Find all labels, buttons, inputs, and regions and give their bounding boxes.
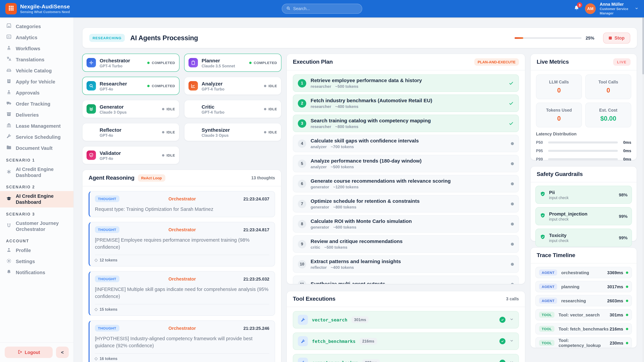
sidebar-item-scenario-1[interactable]: AI Credit Engine Dashboard — [0, 164, 74, 180]
user-menu-button[interactable] — [634, 6, 639, 12]
chevron-down-icon[interactable] — [510, 317, 514, 323]
plan-step[interactable]: 5 Analyze performance trends (180-day wi… — [293, 155, 519, 172]
plan-step[interactable]: 10 Extract patterns and learning insight… — [293, 255, 519, 273]
logout-button[interactable]: Logout — [5, 347, 53, 358]
step-tokens: ~500 tokens — [331, 165, 354, 169]
plan-step[interactable]: 3 Search training catalog with competenc… — [293, 115, 519, 132]
brand-title: Nexgile-AudiSense — [20, 4, 70, 10]
sidebar-item-service-scheduling[interactable]: Service Scheduling — [0, 131, 74, 142]
app-logo[interactable] — [5, 3, 17, 14]
plan-mode-badge: PLAN-AND-EXECUTE — [474, 58, 519, 66]
agent-card-critic[interactable]: CriticGPT-4 Turbo IDLE — [184, 100, 282, 118]
agent-status: COMPLETED — [250, 61, 277, 65]
sidebar-collapse-button[interactable]: < — [56, 347, 69, 358]
plan-step[interactable]: 9 Review and critique recommendations cr… — [293, 235, 519, 253]
thought-text: [INFERENCE] Multiple skill gaps indicate… — [95, 286, 269, 300]
panel-title: Safety Guardrails — [537, 171, 583, 178]
sidebar-item-vehicle-catalog[interactable]: Vehicle Catalog — [0, 65, 74, 76]
sidebar-item-profile[interactable]: Profile — [0, 245, 74, 256]
sidebar-item-translations[interactable]: Translations — [0, 54, 74, 65]
tool-row-vector-search[interactable]: vector_search 301ms — [293, 311, 519, 329]
success-check-icon — [500, 360, 506, 362]
agent-card-synthesizer[interactable]: SynthesizerClaude 3 Opus IDLE — [184, 123, 282, 141]
notifications-button[interactable]: 3 — [572, 4, 581, 13]
stat-llm-calls: LLM Calls0 — [536, 74, 582, 99]
sidebar-item-scenario-2-active[interactable]: AI Credit Engine Dashboard — [0, 191, 74, 207]
sidebar-item-workflows[interactable]: Workflows — [0, 43, 74, 54]
trace-duration: 301ms — [610, 312, 623, 317]
plan-step[interactable]: 7 Optimize schedule for retention & cons… — [293, 195, 519, 213]
latency-row-p99: P990ms — [536, 157, 631, 162]
stop-button[interactable]: Stop — [603, 32, 630, 43]
sidebar-item-lease-management[interactable]: Lease Management — [0, 120, 74, 131]
step-title: Retrieve employee performance data & his… — [310, 77, 422, 83]
search-input[interactable] — [293, 6, 354, 11]
tool-call-count: 3 calls — [506, 297, 519, 301]
latency-row-p50: P500ms — [536, 140, 631, 145]
sidebar-footer: Logout < — [0, 342, 74, 362]
trace-row[interactable]: TOOLTool: fetch_benchmarks216ms — [535, 323, 632, 335]
avatar[interactable]: AM — [585, 3, 596, 14]
agent-reasoning-panel: Agent Reasoning ReAct Loop 13 thoughts T… — [82, 170, 282, 362]
agent-card-reflector[interactable]: ReflectorGPT-4o IDLE — [82, 123, 180, 141]
trace-row[interactable]: AGENTresearching2603ms — [535, 295, 632, 306]
step-number: 9 — [298, 240, 306, 248]
thought-card[interactable]: THOUGHTOrchestrator21:23:24.037 Request … — [88, 191, 275, 217]
sidebar-item-label: AI Credit Engine Dashboard — [16, 193, 66, 205]
plan-step[interactable]: 4 Calculate skill gaps with confidence i… — [293, 135, 519, 152]
agent-icon-placeholder — [86, 127, 96, 137]
sidebar-item-order-tracking[interactable]: Order Tracking — [0, 98, 74, 109]
sidebar-item-deliveries[interactable]: Deliveries — [0, 109, 74, 120]
agent-icon-placeholder — [188, 104, 198, 114]
thought-card[interactable]: THOUGHTOrchestrator21:23:24.817 [PREMISE… — [88, 222, 275, 267]
sidebar-item-settings[interactable]: Settings — [0, 256, 74, 267]
step-agent: researcher — [310, 84, 331, 89]
plan-step[interactable]: 2 Fetch industry benchmarks (Automotive … — [293, 94, 519, 112]
agent-status: IDLE — [264, 84, 277, 88]
gear-icon — [6, 258, 12, 265]
plan-step[interactable]: 6 Generate course recommendations with r… — [293, 175, 519, 192]
agents-grid: OrchestratorGPT-4 Turbo COMPLETED Planne… — [82, 54, 282, 164]
trace-row[interactable]: TOOLTool: competency_lookup230ms — [535, 337, 632, 348]
sidebar-item-scenario-3[interactable]: Customer Journey Orchestrator — [0, 218, 74, 234]
status-dot — [264, 131, 266, 133]
sidebar-item-approvals[interactable]: Approvals — [0, 87, 74, 98]
diamond-icon — [94, 308, 98, 311]
tool-row-competency-lookup[interactable]: competency_lookup 230ms — [293, 354, 519, 362]
thought-card[interactable]: THOUGHTOrchestrator21:23:25.246 [HYPOTHE… — [88, 321, 275, 362]
clipboard-icon — [6, 78, 12, 85]
step-title: Search training catalog with competency … — [310, 118, 431, 123]
agent-card-analyzer[interactable]: AnalyzerGPT-4 Turbo IDLE — [184, 77, 282, 95]
trace-row[interactable]: AGENTorchestrating3369ms — [535, 267, 632, 278]
tool-list: vector_search 301ms fetch_benchmarks 216… — [287, 307, 525, 362]
window-scrollbar[interactable] — [642, 17, 644, 362]
agent-card-validator[interactable]: ValidatorGPT-4o IDLE — [82, 146, 180, 164]
scrollbar-thumb[interactable] — [642, 17, 644, 74]
agent-card-generator[interactable]: GeneratorClaude 3 Opus IDLE — [82, 100, 180, 118]
sidebar-item-categories[interactable]: Categories — [0, 21, 74, 32]
sidebar-item-apply-for-vehicle[interactable]: Apply for Vehicle — [0, 76, 74, 87]
sidebar-item-label: Vehicle Catalog — [16, 68, 52, 73]
step-tokens: ~1200 tokens — [333, 185, 358, 189]
sidebar-item-notifications[interactable]: Notifications — [0, 267, 74, 278]
tool-row-fetch-benchmarks[interactable]: fetch_benchmarks 216ms — [293, 333, 519, 350]
thought-card[interactable]: THOUGHTOrchestrator21:23:25.032 [INFEREN… — [88, 271, 275, 316]
sidebar-item-analytics[interactable]: Analytics — [0, 32, 74, 43]
trace-row[interactable]: AGENTplanning3017ms — [535, 281, 632, 292]
agent-card-planner[interactable]: PlannerClaude 3.5 Sonnet COMPLETED — [184, 54, 282, 72]
chevron-down-icon[interactable] — [510, 360, 514, 362]
plan-step[interactable]: 1 Retrieve employee performance data & h… — [293, 74, 519, 92]
agent-card-researcher[interactable]: ResearcherGPT-4o COMPLETED — [82, 77, 180, 95]
sidebar-item-label: Profile — [16, 248, 31, 253]
agent-card-orchestrator[interactable]: OrchestratorGPT-4 Turbo COMPLETED — [82, 54, 180, 72]
trace-row[interactable]: TOOLTool: vector_search301ms — [535, 309, 632, 321]
agent-status: COMPLETED — [148, 84, 175, 88]
search-bar[interactable] — [282, 4, 362, 14]
chevron-down-icon[interactable] — [510, 338, 514, 344]
latency-bar — [548, 141, 618, 143]
sidebar-item-document-vault[interactable]: Document Vault — [0, 142, 74, 153]
thought-agent: Orchestrator — [168, 196, 196, 201]
plan-step[interactable]: 8 Calculate ROI with Monte Carlo simulat… — [293, 215, 519, 233]
tool-name: competency_lookup — [312, 360, 358, 362]
plan-step[interactable]: 11 Synthesize multi-agent outputs — [293, 276, 519, 284]
